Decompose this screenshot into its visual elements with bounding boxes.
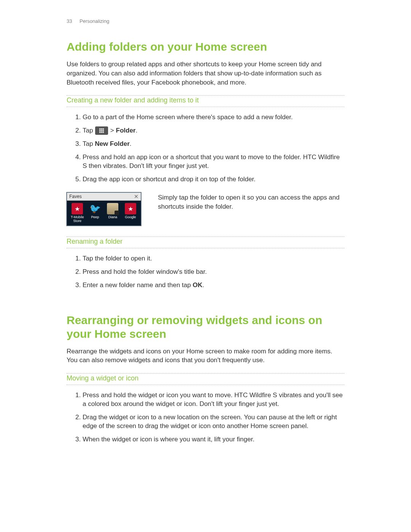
app-tile: ★ T-MobileStore (68, 203, 86, 223)
step: Enter a new folder name and then tap OK. (83, 281, 344, 290)
step: Press and hold the widget or icon you wa… (83, 391, 344, 409)
divider (67, 95, 344, 96)
page-header: 33 Personalizing (67, 18, 344, 24)
svg-rect-5 (103, 130, 104, 131)
folder-preview-image: Faves ✕ ★ T-MobileStore 🐦 Peep Diana (67, 192, 141, 226)
section-title-adding-folders: Adding folders on your Home screen (67, 40, 344, 54)
section-intro-adding-folders: Use folders to group related apps and ot… (67, 60, 344, 87)
apps-button-icon (95, 126, 108, 135)
divider (67, 248, 344, 248)
folder-example-row: Faves ✕ ★ T-MobileStore 🐦 Peep Diana (67, 192, 344, 226)
steps-creating-folder: Go to a part of the Home screen where th… (67, 113, 344, 184)
folder-popup-titlebar: Faves ✕ (67, 193, 141, 201)
step: When the widget or icon is where you wan… (83, 435, 344, 444)
step: Press and hold an app icon or a shortcut… (83, 153, 344, 171)
sub-heading-renaming-folder: Renaming a folder (67, 238, 344, 247)
step-bold: OK (193, 281, 202, 289)
step-text: Tap (83, 127, 95, 134)
step: Drag the widget or icon to a new locatio… (83, 413, 344, 431)
page-number: 33 (67, 18, 72, 24)
step-text: . (202, 281, 204, 289)
folder-popup-title: Faves (69, 194, 82, 199)
star-icon: ★ (72, 203, 83, 214)
sub-heading-moving-widget: Moving a widget or icon (67, 374, 344, 384)
folder-popup-body: ★ T-MobileStore 🐦 Peep Diana ★ Google (67, 201, 141, 225)
contact-photo-icon (107, 203, 118, 214)
app-label: Google (125, 216, 136, 219)
step: Tap New Folder. (83, 140, 344, 149)
app-label: Peep (91, 216, 99, 219)
svg-rect-1 (101, 128, 102, 130)
app-tile: Diana (104, 203, 121, 223)
step: Press and hold the folder window's title… (83, 268, 344, 276)
svg-rect-4 (101, 130, 102, 131)
bird-icon: 🐦 (89, 203, 101, 214)
svg-rect-6 (99, 131, 101, 133)
steps-renaming-folder: Tap the folder to open it. Press and hol… (67, 254, 344, 290)
close-icon: ✕ (134, 193, 139, 200)
step: Tap the folder to open it. (83, 254, 344, 263)
star-icon: ★ (125, 203, 136, 214)
divider (67, 385, 344, 385)
section-intro-rearranging: Rearrange the widgets and icons on your … (67, 347, 344, 365)
divider (67, 373, 344, 374)
step-bold: New Folder (95, 140, 130, 147)
step-text: Tap (83, 140, 95, 147)
folder-example-caption: Simply tap the folder to open it so you … (158, 192, 344, 226)
step-text: . (135, 127, 137, 134)
step-text: . (130, 140, 132, 147)
svg-rect-2 (103, 128, 104, 130)
steps-moving-widget: Press and hold the widget or icon you wa… (67, 391, 344, 444)
step-bold: Folder (116, 127, 136, 134)
step: Drag the app icon or shortcut and drop i… (83, 175, 344, 184)
step: Go to a part of the Home screen where th… (83, 113, 344, 122)
app-tile: 🐦 Peep (86, 203, 104, 223)
svg-rect-0 (99, 128, 101, 130)
divider (67, 236, 344, 237)
sub-heading-creating-folder: Creating a new folder and adding items t… (67, 96, 344, 106)
svg-rect-3 (99, 130, 101, 131)
step-text: Enter a new folder name and then tap (83, 281, 193, 289)
section-title-rearranging: Rearranging or removing widgets and icon… (67, 313, 344, 341)
svg-rect-7 (101, 131, 102, 133)
app-label: Diana (108, 216, 117, 219)
app-label: T-MobileStore (71, 216, 84, 223)
step-text: > (108, 127, 116, 134)
chapter-title: Personalizing (80, 18, 109, 24)
step: Tap > Folder. (83, 126, 344, 135)
divider (67, 107, 344, 107)
app-tile: ★ Google (122, 203, 139, 223)
svg-rect-8 (103, 131, 104, 133)
folder-popup: Faves ✕ ★ T-MobileStore 🐦 Peep Diana (67, 192, 141, 226)
